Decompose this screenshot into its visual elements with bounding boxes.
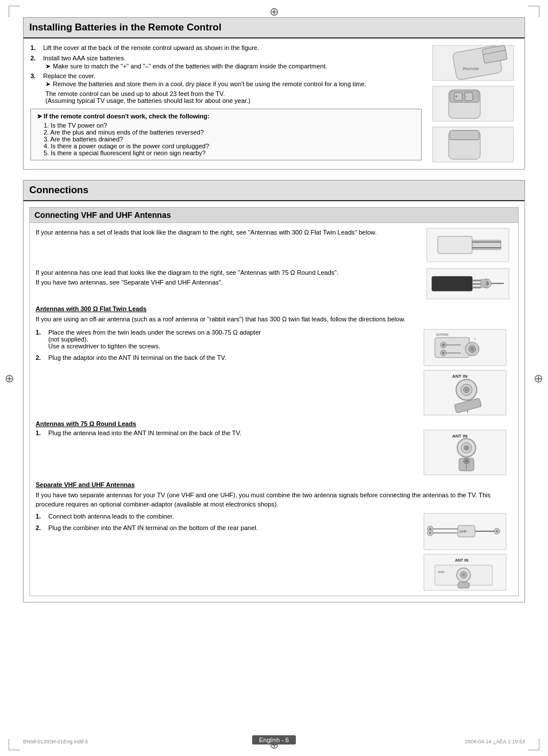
- step-sep-2-num: 2.: [36, 524, 46, 531]
- svg-rect-14: [450, 131, 479, 140]
- step-3-arrow: ➤ Remove the batteries and store them in…: [45, 80, 366, 88]
- remote-diagram-1: Remote: [431, 44, 515, 82]
- ant-in-diagram-2: ANT IN: [423, 429, 507, 475]
- footer-left-text: BN68-01392H-01Eng.indd 6: [23, 739, 88, 745]
- installing-batteries-header: Installing Batteries in the Remote Contr…: [24, 18, 524, 39]
- section-300-para-row: If you are using an off-air antenna (suc…: [36, 314, 512, 324]
- corner-mark-tl: [9, 6, 20, 17]
- step-3-note: The remote control can be used up to abo…: [45, 90, 366, 104]
- step-2-body: Install two AAA size batteries. ➤ Make s…: [43, 55, 327, 70]
- checklist-box: ➤ If the remote control doesn't work, ch…: [30, 109, 422, 160]
- adapter-diagram: screws: [423, 329, 507, 366]
- svg-point-58: [465, 447, 468, 449]
- vhf-uhf-body: If your antenna has a set of leads that …: [30, 223, 518, 596]
- crosshair-top-icon: ⊕: [269, 5, 279, 18]
- step-sep-2: 2. Plug the combiner into the ANT IN ter…: [36, 524, 418, 531]
- svg-text:+: +: [455, 94, 458, 99]
- step-sep-2-text: Plug the combiner into the ANT IN termin…: [48, 524, 258, 531]
- step-75-1-text: Plug the antenna lead into the ANT IN te…: [48, 429, 241, 436]
- step-3-num: 3.: [30, 72, 41, 104]
- install-text-area: 1. Lift the cover at the back of the rem…: [30, 44, 422, 163]
- arrow-sym-3: ➤: [45, 80, 51, 88]
- step-2-num: 2.: [30, 55, 41, 70]
- connections-title: Connections: [29, 185, 519, 196]
- step-3-arrow-text: Remove the batteries and store them in a…: [53, 80, 366, 88]
- vhf-uhf-title: Connecting VHF and UHF Antennas: [34, 210, 514, 220]
- page: ⊕ ⊕ ⊕ Installing Batteries in the Remote…: [0, 0, 548, 756]
- checklist-item-5: 5. Is there a special fluorescent light …: [44, 149, 415, 156]
- vhf-uhf-header: Connecting VHF and UHF Antennas: [30, 208, 518, 223]
- crosshair-right-icon: ⊕: [534, 371, 543, 385]
- arrow-sym-2: ➤: [45, 63, 51, 70]
- installing-batteries-body: 1. Lift the cover at the back of the rem…: [24, 39, 524, 169]
- svg-text:-: -: [465, 94, 467, 99]
- checklist-item-1: 1. Is the TV power on?: [44, 122, 415, 129]
- step-sep-1-text: Connect both antenna leads to the combin…: [48, 513, 174, 520]
- step-300-2-text: Plug the adaptor into the ANT IN termina…: [48, 354, 226, 361]
- step-3: 3. Replace the cover. ➤ Remove the batte…: [30, 72, 422, 104]
- step-300-1: 1. Place the wires from the twin leads u…: [36, 329, 418, 350]
- svg-text:screws: screws: [436, 332, 449, 336]
- step-75-1: 1. Plug the antenna lead into the ANT IN…: [36, 429, 418, 436]
- step-300-1-text: Place the wires from the twin leads unde…: [48, 329, 261, 350]
- section-75-heading: Antennas with 75 Ω Round Leads: [36, 420, 512, 427]
- crosshair-bottom-icon: ⊕: [269, 738, 279, 751]
- section-300-steps: 1. Place the wires from the twin leads u…: [36, 329, 418, 416]
- svg-point-61: [465, 460, 468, 462]
- checklist-items: 1. Is the TV power on? 2. Are the plus a…: [44, 122, 415, 156]
- vhf-para2-row: If your antenna has one lead that looks …: [36, 268, 512, 301]
- step-75-1-num: 1.: [36, 429, 46, 436]
- section-separate-steps: 1. Connect both antenna leads to the com…: [36, 513, 418, 591]
- section-separate-heading: Separate VHF and UHF Antennas: [36, 481, 512, 488]
- vhf-para1-row: If your antenna has a set of leads that …: [36, 228, 512, 263]
- remote-diagram-3: [431, 126, 515, 163]
- crosshair-left-icon: ⊕: [5, 371, 14, 385]
- svg-point-36: [442, 352, 445, 354]
- section-300-heading: Antennas with 300 Ω Flat Twin Leads: [36, 305, 512, 312]
- remote-images: Remote + -: [429, 44, 518, 163]
- svg-point-70: [429, 528, 431, 530]
- section-separate-para: If you have two separate antennas for yo…: [36, 490, 512, 509]
- step-2-text: Install two AAA size batteries.: [43, 55, 327, 62]
- round-lead-diagram: [426, 268, 512, 301]
- section-separate-images: VHF: [423, 513, 512, 591]
- ant-in-diagram-1: ANT IN: [423, 370, 507, 416]
- connections-section: Connections Connecting VHF and UHF Anten…: [23, 180, 525, 603]
- svg-text:Remote: Remote: [463, 66, 480, 71]
- section-75-steps: 1. Plug the antenna lead into the ANT IN…: [36, 429, 418, 477]
- svg-rect-82: [458, 582, 469, 588]
- svg-point-41: [470, 347, 474, 351]
- svg-point-80: [462, 573, 465, 577]
- step-300-2: 2. Plug the adaptor into the ANT IN term…: [36, 354, 418, 361]
- svg-text:ANT IN: ANT IN: [452, 374, 468, 379]
- svg-point-34: [442, 344, 445, 346]
- svg-text:ANT IN: ANT IN: [455, 558, 468, 562]
- combiner-diagram-1: VHF: [423, 513, 507, 550]
- combiner-diagram-2: ANT IN VHF: [423, 554, 507, 591]
- svg-text:VHF: VHF: [438, 570, 445, 574]
- svg-point-74: [496, 530, 498, 532]
- section-75-row: 1. Plug the antenna lead into the ANT IN…: [36, 429, 512, 477]
- footer-right-text: 2008-04-14 ¿ÁÊÁ 1:19:53: [465, 739, 525, 745]
- step-3-body: Replace the cover. ➤ Remove the batterie…: [43, 72, 366, 104]
- flat-twin-diagram: [426, 228, 512, 263]
- section-75-image: ANT IN: [423, 429, 512, 477]
- section-75-ohm: Antennas with 75 Ω Round Leads 1. Plug t…: [36, 420, 512, 477]
- step-1: 1. Lift the cover at the back of the rem…: [30, 44, 422, 51]
- checklist-item-3: 3. Are the batteries drained?: [44, 136, 415, 143]
- step-300-2-num: 2.: [36, 354, 46, 361]
- svg-rect-17: [438, 236, 472, 254]
- installing-batteries-title: Installing Batteries in the Remote Contr…: [29, 22, 519, 33]
- step-sep-1-num: 1.: [36, 513, 46, 520]
- step-1-num: 1.: [30, 44, 41, 51]
- checklist-heading: ➤ If the remote control doesn't work, ch…: [37, 113, 415, 120]
- svg-point-72: [429, 532, 431, 534]
- section-300-images: screws ANT IN: [423, 329, 512, 416]
- vhf-para2-text: If your antenna has one lead that looks …: [36, 268, 420, 301]
- svg-point-50: [465, 389, 468, 391]
- remote-diagram-2: + -: [431, 85, 515, 122]
- step-300-1-num: 1.: [36, 329, 46, 350]
- section-separate: Separate VHF and UHF Antennas If you hav…: [36, 481, 512, 591]
- svg-rect-32: [435, 337, 469, 358]
- step-1-text: Lift the cover at the back of the remote…: [43, 44, 259, 51]
